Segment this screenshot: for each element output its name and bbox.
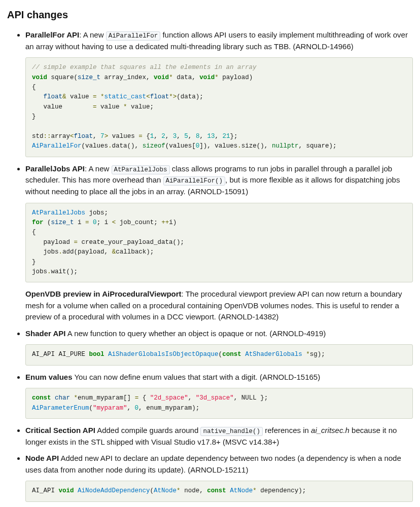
item-text: A new function to query whether an objec…	[65, 329, 326, 338]
inline-code: AtParallelJobs	[112, 165, 170, 174]
inline-code: AiParallelFor()	[163, 176, 226, 186]
item-text: You can now define enum values that star…	[73, 373, 321, 381]
item-text: : A new	[85, 164, 112, 173]
code-block-node: AI_API void AiNodeAddDependency(AtNode* …	[25, 481, 413, 501]
item-title: ParallelJobs API	[25, 164, 85, 173]
item-title: Critical Section API	[25, 426, 95, 434]
item-shader-api: Shader API A new function to query wheth…	[25, 328, 413, 366]
item-title: ParallelFor API	[25, 30, 79, 39]
item-text: Added new API to declare an update depen…	[25, 454, 401, 474]
inline-code: native_handle()	[200, 427, 263, 436]
item-paralleljobs: ParallelJobs API: A new AtParallelJobs c…	[25, 163, 413, 323]
api-changes-list: ParallelFor API: A new AiParallelFor fun…	[7, 29, 413, 502]
item-parallelfor: ParallelFor API: A new AiParallelFor fun…	[25, 29, 413, 157]
item-title: Shader API	[25, 329, 65, 338]
code-block-paralleljobs: AtParallelJobs jobs; for (size_t i = 0; …	[25, 203, 413, 283]
subitem-openvdb: OpenVDB preview in AiProceduralViewport:…	[25, 288, 413, 323]
section-heading: API changes	[7, 7, 413, 22]
item-text: : A new	[79, 30, 106, 39]
item-title: Enum values	[25, 373, 73, 381]
code-block-shader: AI_API AI_PURE bool AiShaderGlobalsIsObj…	[25, 344, 413, 365]
item-node-api: Node API Added new API to declare an upd…	[25, 453, 413, 501]
inline-code: AiParallelFor	[106, 31, 161, 41]
item-text: references in	[263, 426, 311, 434]
item-title: OpenVDB preview in AiProceduralViewport	[25, 289, 182, 298]
code-block-enum: const char *enum_myparam[] = { "2d_space…	[25, 388, 413, 419]
item-em: ai_critsec.h	[311, 426, 349, 434]
item-title: Node API	[25, 454, 59, 462]
item-critical-section: Critical Section API Added compile guard…	[25, 425, 413, 448]
code-block-parallelfor: // simple example that squares all the e…	[25, 57, 413, 157]
item-enum-values: Enum values You can now define enum valu…	[25, 372, 413, 419]
item-text: Added compile guards around	[95, 426, 201, 434]
